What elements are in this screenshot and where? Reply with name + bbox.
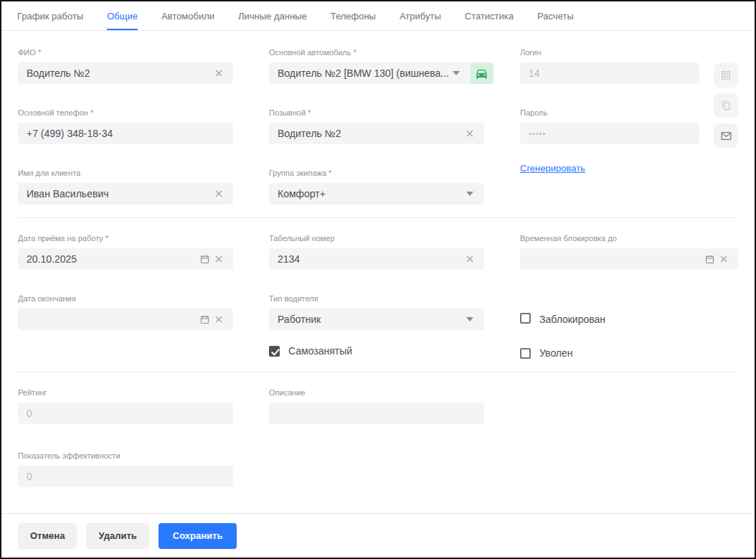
rating-label: Рейтинг [18,388,233,397]
tab-cars[interactable]: Автомобили [161,1,214,30]
envelope-icon [720,130,732,142]
main-phone-value: +7 (499) 348-18-34 [27,128,226,139]
hire-date-value: 20.10.2025 [27,253,197,265]
section-employment: Дата приёма на работу * 20.10.2025 Табел… [18,234,738,359]
efficiency-value: 0 [27,471,226,482]
fired-label: Уволен [539,347,573,359]
qr-code-button[interactable] [714,63,738,88]
self-employed-label: Самозанятый [288,345,352,357]
fired-checkbox-row[interactable]: Уволен [520,343,738,359]
efficiency-label: Показатель эффективности [18,451,233,460]
tab-phones[interactable]: Телефоны [331,1,376,30]
section-divider [18,217,738,218]
close-icon[interactable] [463,126,477,141]
fio-value: Водитель №2 [27,67,212,79]
description-input[interactable] [269,403,484,424]
end-date-label: Дата окончания [18,294,233,303]
driver-type-value: Работник [278,314,463,325]
hire-date-label: Дата приёма на работу * [18,234,233,243]
close-icon[interactable] [463,252,477,266]
main-car-select[interactable]: Водитель №2 [BMW 130] (вишнева... [269,62,471,84]
calendar-icon[interactable] [702,252,717,266]
close-icon[interactable] [212,187,226,201]
driver-edit-window: График работы Общие Автомобили Личные да… [0,0,756,559]
section-identity: ФИО * Водитель №2 Основной автомобиль * … [18,48,738,205]
description-label: Описание [269,388,484,397]
chevron-down-icon[interactable] [449,66,463,80]
copy-icon [720,100,732,111]
rating-value: 0 [27,408,226,419]
personnel-number-value: 2134 [278,253,463,265]
section-divider [18,372,738,372]
calendar-icon[interactable] [197,312,212,327]
save-button[interactable]: Сохранить [159,523,237,549]
password-value: ••••• [529,129,692,138]
tab-attributes[interactable]: Атрибуты [400,1,441,30]
callsign-input[interactable]: Водитель №2 [269,123,484,144]
tab-work-schedule[interactable]: График работы [17,1,83,30]
close-icon[interactable] [212,252,226,266]
login-input[interactable]: 14 [520,62,699,84]
car-icon [475,67,488,80]
main-car-label: Основной автомобиль * [269,48,484,57]
login-label: Логин [520,48,699,57]
self-employed-checkbox[interactable] [269,346,280,357]
end-date-input[interactable] [18,309,233,330]
chevron-down-icon[interactable] [463,312,477,327]
temp-block-input[interactable] [520,248,738,270]
crew-group-label: Группа экипажа * [269,169,484,177]
client-name-value: Иван Васильевич [27,188,212,199]
crew-group-value: Комфорт+ [278,188,463,199]
crew-group-select[interactable]: Комфорт+ [269,183,484,205]
efficiency-input[interactable]: 0 [18,466,233,487]
personnel-number-label: Табельный номер [269,234,484,243]
close-icon[interactable] [212,66,226,80]
tab-general[interactable]: Общие [107,1,138,30]
credentials-column: Логин 14 Пароль ••••• Сгенерировать [520,48,738,205]
footer-actions: Отмена Удалить Сохранить [1,513,755,558]
fio-input[interactable]: Водитель №2 [18,62,233,84]
main-car-value: Водитель №2 [BMW 130] (вишнева... [278,67,449,79]
tab-statistics[interactable]: Статистика [465,1,514,30]
close-icon[interactable] [212,312,226,327]
fio-label: ФИО * [18,48,233,57]
fired-checkbox[interactable] [520,348,531,359]
car-button[interactable] [471,62,493,84]
delete-button[interactable]: Удалить [86,523,148,549]
rating-input[interactable]: 0 [18,403,233,424]
driver-type-select[interactable]: Работник [269,309,484,330]
chevron-down-icon[interactable] [463,187,477,201]
section-metrics: Рейтинг 0 Описание Показатель эффективно… [18,388,738,487]
blocked-checkbox[interactable] [520,313,531,324]
client-name-label: Имя для клиента [18,169,233,177]
callsign-label: Позывной * [269,108,484,117]
login-value: 14 [529,67,692,79]
copy-button[interactable] [714,93,738,118]
password-input[interactable]: ••••• [520,123,699,144]
qr-code-icon [720,70,732,81]
client-name-input[interactable]: Иван Васильевич [18,183,233,205]
calendar-icon[interactable] [197,252,212,266]
main-phone-label: Основной телефон * [18,108,233,117]
tab-personal-data[interactable]: Личные данные [238,1,307,30]
close-icon[interactable] [717,252,731,266]
blocked-label: Заблокирован [539,314,605,325]
callsign-value: Водитель №2 [278,128,463,139]
tab-calculations[interactable]: Расчеты [537,1,574,30]
hire-date-input[interactable]: 20.10.2025 [18,248,233,270]
self-employed-checkbox-row[interactable]: Самозанятый [269,343,484,359]
tab-bar: График работы Общие Автомобили Личные да… [1,1,755,31]
driver-type-label: Тип водителя [269,294,484,303]
cancel-button[interactable]: Отмена [18,523,77,549]
form-content: ФИО * Водитель №2 Основной автомобиль * … [1,31,755,513]
generate-password-link[interactable]: Сгенерировать [520,163,585,174]
personnel-number-input[interactable]: 2134 [269,248,484,270]
main-phone-input[interactable]: +7 (499) 348-18-34 [18,123,233,144]
password-label: Пароль [520,108,699,117]
send-password-button[interactable] [714,123,738,148]
temp-block-label: Временная блокировка до [520,234,738,243]
blocked-checkbox-row[interactable]: Заблокирован [520,294,738,330]
